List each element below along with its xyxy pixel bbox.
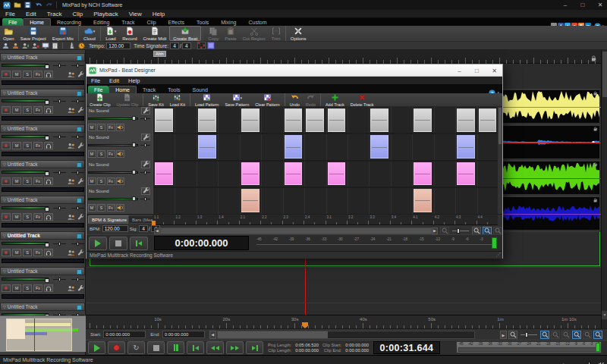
scroll-down-arrow[interactable]: ▼: [602, 311, 607, 319]
quick-save-icon[interactable]: [24, 2, 32, 9]
bd-track-m-button[interactable]: M: [88, 177, 96, 185]
track-color-box[interactable]: [77, 198, 82, 203]
track-collapse-icon[interactable]: ▽: [3, 55, 6, 60]
track-headphones-button[interactable]: [44, 213, 53, 221]
time-signature-denominator-input[interactable]: [182, 42, 191, 49]
track-pan-slider-2[interactable]: [71, 101, 84, 102]
track-fx-button[interactable]: Fx: [33, 142, 42, 149]
beat-cell-r1-c5[interactable]: [241, 108, 259, 132]
bd-track-volume-thumb[interactable]: [132, 170, 136, 174]
bd-zoom-slider[interactable]: [452, 231, 469, 231]
track-pan-slider-2[interactable]: [71, 208, 84, 209]
track-record-arm-button[interactable]: [2, 106, 11, 114]
bd-track-m-button[interactable]: M: [88, 124, 96, 131]
end-time-input[interactable]: [162, 331, 205, 338]
pan-thumb[interactable]: [58, 135, 61, 139]
track-m-button[interactable]: M: [12, 71, 21, 78]
bd-bottom-tab-1[interactable]: BPM & Signature: [88, 215, 131, 224]
horizontal-scrollbar-thumb[interactable]: [218, 331, 328, 338]
track-volume-slider[interactable]: [2, 242, 49, 245]
toolbar-open-button[interactable]: Open: [0, 26, 17, 41]
track-headphones-button[interactable]: [44, 142, 53, 149]
toolbar-record-button[interactable]: Record: [119, 26, 140, 41]
beat-horizontal-scrollbar[interactable]: [160, 228, 432, 234]
track-collapse-icon[interactable]: ▽: [3, 162, 6, 167]
track-color-box[interactable]: [77, 55, 82, 61]
ribbon-tab-home[interactable]: Home: [23, 18, 51, 26]
beat-cell-r1-c11[interactable]: [370, 108, 388, 132]
beat-scroll-right-arrow[interactable]: ▶: [432, 228, 438, 234]
ribbon-tab-mixing[interactable]: Mixing: [215, 18, 242, 26]
beat-cell-r1-c13[interactable]: [414, 108, 432, 132]
bd-track-volume-thumb[interactable]: [132, 116, 136, 121]
bd-track-pan-thumb[interactable]: [144, 143, 146, 147]
track-headphones-button[interactable]: [44, 106, 53, 114]
toolbar-export-mix-button[interactable]: Export Mix: [49, 26, 77, 41]
playhead-marker[interactable]: [302, 322, 308, 328]
track-header[interactable]: ▽Untitled Track: [0, 196, 85, 204]
beat-cell-r1-c1[interactable]: [155, 108, 173, 132]
sig-numerator-input[interactable]: [139, 225, 148, 232]
ribbon-tab-track[interactable]: Track: [115, 18, 140, 26]
bd-track-wrench-icon[interactable]: [141, 187, 150, 195]
track-fx-button[interactable]: Fx: [33, 106, 42, 114]
track-header[interactable]: ▽Untitled Track: [0, 89, 85, 97]
track-m-button[interactable]: M: [12, 177, 21, 185]
bd-track-fx-button[interactable]: Fx: [107, 177, 115, 185]
track-pan-slider[interactable]: [53, 136, 66, 137]
track-color-box[interactable]: [77, 269, 82, 275]
bd-toolbar-undo-button[interactable]: Undo: [285, 93, 303, 106]
track-s-button[interactable]: S: [23, 71, 32, 78]
bd-track-wrench-icon[interactable]: [141, 133, 150, 141]
toolbar-create-midi-button[interactable]: Create Midi: [140, 26, 170, 41]
track-fx-button[interactable]: Fx: [33, 213, 42, 221]
bd-menu-edit[interactable]: Edit: [105, 77, 124, 84]
bd-track-sound-button[interactable]: [116, 124, 124, 131]
beat-cell-r3-c13[interactable]: [414, 162, 432, 186]
track-m-button[interactable]: M: [12, 284, 21, 292]
track-volume-thumb[interactable]: [45, 136, 49, 140]
bd-zoom-out-button[interactable]: [440, 227, 449, 235]
bd-go-to-start-button[interactable]: [130, 237, 148, 250]
bd-track-fx-button[interactable]: Fx: [107, 150, 115, 158]
bd-play-button[interactable]: [89, 237, 107, 250]
track-volume-thumb[interactable]: [45, 64, 49, 69]
bd-tab-file[interactable]: File: [88, 86, 109, 93]
pan-thumb[interactable]: [58, 171, 61, 174]
menu-track[interactable]: Track: [42, 11, 68, 17]
save-pattern-dropdown-icon[interactable]: ▾: [241, 96, 243, 100]
user-orange-icon[interactable]: [11, 42, 20, 49]
project-overview-navigator[interactable]: [0, 315, 86, 352]
bd-track-volume-thumb[interactable]: [132, 196, 136, 201]
track-record-arm-button[interactable]: [2, 71, 11, 78]
pan-thumb[interactable]: [58, 278, 61, 281]
quick-undo-icon[interactable]: [34, 2, 42, 9]
menu-view[interactable]: View: [124, 11, 147, 17]
track-volume-thumb[interactable]: [45, 243, 49, 247]
pan-thumb[interactable]: [58, 242, 61, 246]
track-pan-slider-2[interactable]: [71, 172, 84, 173]
bd-track-s-button[interactable]: S: [97, 150, 105, 158]
bd-track-sound-button[interactable]: [116, 150, 124, 158]
track-wrench-icon[interactable]: [77, 67, 84, 81]
bd-toolbar-load-pattern-button[interactable]: Load Pattern: [190, 93, 222, 106]
beat-cell-r3-c5[interactable]: [241, 162, 259, 186]
menu-playback[interactable]: Playback: [88, 11, 123, 17]
beat-cell-r1-c9[interactable]: [328, 108, 346, 132]
track-record-arm-button[interactable]: [2, 213, 11, 221]
quick-open-icon[interactable]: [13, 2, 21, 9]
toolbar-save-project-button[interactable]: Save Project: [17, 26, 49, 41]
track-volume-slider[interactable]: [2, 135, 49, 138]
horizontal-scrollbar[interactable]: [217, 331, 475, 339]
track-volume-thumb[interactable]: [45, 207, 49, 212]
track-s-button[interactable]: S: [23, 249, 32, 256]
zoom-selection-button[interactable]: [551, 331, 560, 339]
track-wrench-icon[interactable]: [77, 103, 84, 117]
track-fx-button[interactable]: Fx: [33, 71, 42, 78]
remove-user-icon[interactable]: [31, 42, 39, 49]
bd-track-sound-button[interactable]: [116, 204, 124, 212]
track-pan-slider-2[interactable]: [71, 136, 84, 137]
vertical-scrollbar[interactable]: ▼: [601, 50, 607, 328]
bd-track-wrench-icon[interactable]: [141, 107, 150, 115]
track-wrench-icon[interactable]: [77, 210, 84, 224]
